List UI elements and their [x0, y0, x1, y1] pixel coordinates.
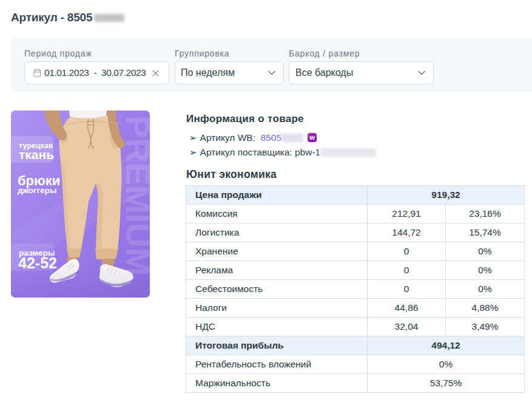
- svg-text:ткань: ткань: [19, 148, 54, 162]
- svg-text:джоггеры: джоггеры: [18, 186, 57, 195]
- svg-text:PREMIUM: PREMIUM: [119, 115, 150, 276]
